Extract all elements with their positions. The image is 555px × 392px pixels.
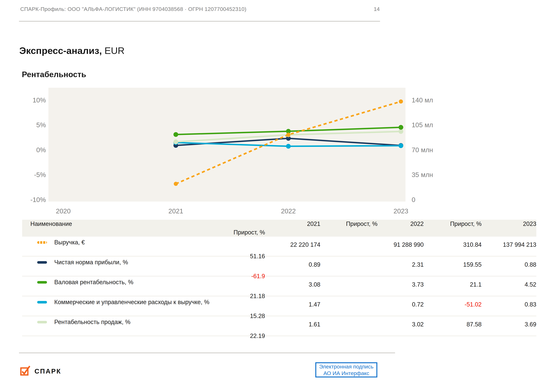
table-value-cell: 4.52 <box>482 277 536 288</box>
page-title: Экспресс-анализ, EUR <box>19 45 124 56</box>
legend-swatch-icon <box>37 321 47 323</box>
profitability-chart-svg: 10%5%0%-5%-10%140 млн105 млн70 млн35 млн… <box>19 85 433 217</box>
metric-name-label: Валовая рентабельность, % <box>54 279 133 286</box>
page-number: 14 <box>364 6 380 12</box>
metric-name-label: Выручка, € <box>54 239 85 246</box>
left-axis-tick: 10% <box>33 96 46 104</box>
table-value-cell: -51.02 <box>424 296 482 308</box>
table-value-cell <box>320 277 378 281</box>
metric-name-cell: Чистая норма прибыли, % <box>22 257 273 268</box>
table-row: Выручка, €22 220 17491 288 990310.84137 … <box>22 237 536 257</box>
legend-swatch-icon <box>37 241 47 244</box>
right-axis-tick: 0 <box>412 196 415 203</box>
table-value-cell: 3.73 <box>378 277 424 288</box>
table-value-cell: 159.55 <box>424 257 482 268</box>
left-axis-tick: -10% <box>30 196 46 203</box>
signature-line2: АО ИА Интерфакс <box>316 370 376 377</box>
table-value-cell <box>320 296 378 301</box>
spark-profile-page: { "header": { "profile_line": "СПАРК-Про… <box>0 0 555 392</box>
spark-logo-text: СПАРК <box>35 368 61 375</box>
spark-checkbox-icon <box>20 364 33 376</box>
page-title-main: Экспресс-анализ, <box>19 45 102 56</box>
table-value-cell: 3.08 <box>273 277 320 288</box>
table-row: Валовая рентабельность, %3.083.7321.14.5… <box>22 277 536 296</box>
data-point <box>286 144 291 149</box>
column-header-name: Наименование <box>22 221 273 227</box>
column-header-growth-2022: Прирост, % <box>424 221 482 227</box>
table-header-row: Наименование 2021 Прирост, % 2022 Прирос… <box>22 220 536 237</box>
table-value-cell: 0.88 <box>482 257 536 268</box>
table-value-cell: 3.02 <box>378 316 424 328</box>
table-value-cell: 2.31 <box>378 257 424 268</box>
page-title-currency: EUR <box>102 45 124 56</box>
column-header-2023: 2023 <box>482 221 536 227</box>
document-header-text: СПАРК-Профиль: ООО "АЛЬФА-ЛОГИСТИК" (ИНН… <box>20 6 247 12</box>
section-title: Рентабельность <box>22 70 86 79</box>
metric-name-label: Чистая норма прибыли, % <box>54 259 128 266</box>
data-point <box>399 129 403 134</box>
data-point <box>173 132 178 137</box>
data-point <box>174 182 178 186</box>
metric-name-cell: Валовая рентабельность, % <box>22 277 273 288</box>
footer-divider <box>19 352 395 353</box>
table-value-cell <box>320 316 378 321</box>
table-value-cell: 310.84 <box>424 237 482 248</box>
metric-name-cell: Выручка, € <box>22 237 273 248</box>
legend-swatch-icon <box>37 301 47 304</box>
right-axis-tick: 105 млн <box>412 121 433 129</box>
table-value-cell <box>320 257 378 261</box>
x-axis-tick: 2020 <box>56 207 71 215</box>
legend-swatch-icon <box>37 281 47 284</box>
table-value-cell: 0.72 <box>378 296 424 308</box>
right-axis-tick: 35 млн <box>412 171 433 178</box>
profitability-chart: 10%5%0%-5%-10%140 млн105 млн70 млн35 млн… <box>19 85 433 217</box>
header-divider <box>19 21 380 22</box>
left-axis-tick: 5% <box>36 121 46 129</box>
right-axis-tick: 140 млн <box>412 96 433 104</box>
left-axis-tick: -5% <box>34 171 46 178</box>
left-axis-tick: 0% <box>36 146 46 154</box>
table-value-cell: 0.83 <box>482 296 536 308</box>
column-header-2022: 2022 <box>378 221 424 227</box>
data-point <box>286 133 291 137</box>
metric-name-label: Рентабельность продаж, % <box>54 319 131 325</box>
table-row: Коммерческие и управленческие расходы к … <box>22 296 536 316</box>
table-value-cell <box>320 237 378 241</box>
table-value-cell: 3.69 <box>482 316 536 328</box>
table-value-cell: 137 994 213 <box>482 237 536 248</box>
legend-swatch-icon <box>37 261 47 264</box>
metric-name-cell: Рентабельность продаж, % <box>22 316 273 328</box>
data-point <box>399 125 403 130</box>
data-point <box>399 100 403 104</box>
electronic-signature-button[interactable]: Электронная подпись АО ИА Интерфакс <box>315 362 377 378</box>
table-value-cell: 22.19 <box>22 328 273 339</box>
column-header-growth-2021: Прирост, % <box>320 221 378 227</box>
metric-name-label: Коммерческие и управленческие расходы к … <box>54 299 210 306</box>
table-value-cell: 1.47 <box>273 296 320 308</box>
x-axis-tick: 2021 <box>168 207 183 215</box>
table-value-cell: 22 220 174 <box>273 237 320 248</box>
x-axis-tick: 2022 <box>281 207 296 215</box>
profitability-table: Наименование 2021 Прирост, % 2022 Прирос… <box>22 220 536 336</box>
column-header-2021: 2021 <box>273 221 320 227</box>
x-axis-tick: 2023 <box>394 207 408 215</box>
column-header-growth-2023: Прирост, % <box>22 229 273 236</box>
right-axis-tick: 70 млн <box>412 146 433 154</box>
spark-logo: СПАРК <box>20 364 61 376</box>
table-value-cell: 0.89 <box>273 257 320 268</box>
data-point <box>173 139 178 144</box>
table-value-cell: 87.58 <box>424 316 482 328</box>
table-row: Чистая норма прибыли, %0.892.31159.550.8… <box>22 257 536 277</box>
signature-line1: Электронная подпись <box>316 363 376 370</box>
table-value-cell: 91 288 990 <box>378 237 424 248</box>
data-point <box>399 143 403 148</box>
table-body: Выручка, €22 220 17491 288 990310.84137 … <box>22 237 536 336</box>
metric-name-cell: Коммерческие и управленческие расходы к … <box>22 296 273 308</box>
table-row: Рентабельность продаж, %1.613.0287.583.6… <box>22 316 536 336</box>
table-value-cell: 1.61 <box>273 316 320 328</box>
table-value-cell: 21.1 <box>424 277 482 288</box>
